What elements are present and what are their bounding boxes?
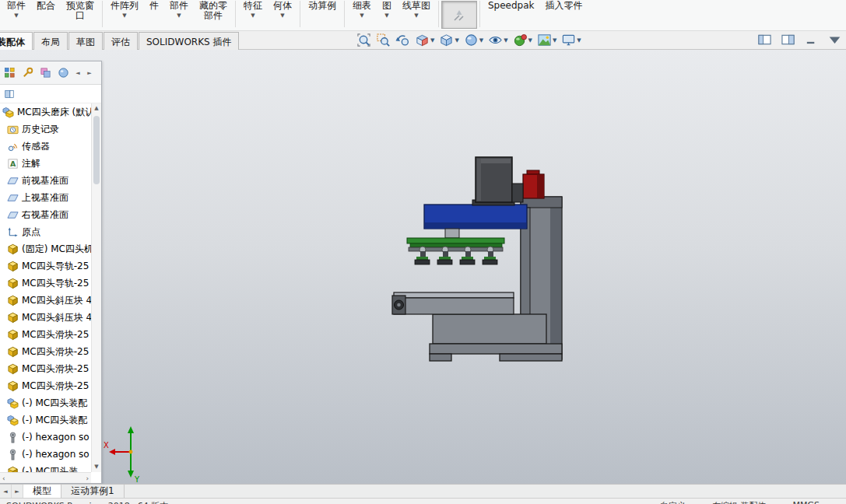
tree-item[interactable]: MC四头滑块-25 (0, 377, 91, 394)
tree-item[interactable]: (固定) MC四头机 (0, 240, 91, 257)
component-pattern-button[interactable]: 件阵列▼ (105, 0, 144, 19)
apply-scene-icon[interactable]: ▼ (537, 33, 556, 47)
dropdown-arrow-icon[interactable]: ▼ (177, 12, 181, 19)
tree-item[interactable]: 原点 (0, 223, 91, 240)
scroll-up-arrow-icon[interactable]: ▲ (92, 103, 101, 114)
tree-vertical-scrollbar[interactable]: ▲ ▼ (91, 103, 101, 472)
insert-part-button[interactable]: 插入零件 (540, 0, 588, 11)
tree-item[interactable]: MC四头斜压块 4 (0, 309, 91, 326)
dropdown-arrow-icon[interactable]: ▼ (414, 12, 418, 19)
tree-item[interactable]: MC四头滑块-25 (0, 343, 91, 360)
3d-model-view[interactable]: X Y (0, 50, 846, 484)
ribbon-tab-3[interactable]: 草图 (68, 32, 103, 50)
section-view-icon[interactable]: ▼ (415, 33, 434, 47)
hide-show-items-icon[interactable]: ▼ (488, 33, 507, 47)
explode-line-sketch-button[interactable]: 线草图▼ (397, 0, 436, 19)
tree-item[interactable]: 历史记录 (0, 121, 91, 138)
graphics-viewport[interactable]: X Y ◄► MC四头磨床 (默认<历史记录传感器A注解前视基准面上视基准面右视… (0, 50, 846, 484)
scroll-left-arrow-icon[interactable]: ‹ (2, 474, 5, 482)
status-item[interactable]: 在编辑 装配体 (712, 500, 767, 504)
dropdown-arrow-icon[interactable]: ▼ (455, 37, 458, 44)
update-speedpak-button[interactable]: Speedpak (483, 0, 540, 11)
bill-of-materials-button[interactable]: 细表▼ (347, 0, 377, 19)
smart-fasteners-button[interactable]: 件 (144, 0, 164, 11)
tree-item[interactable]: (-) hexagon so (0, 446, 91, 463)
chevron-left-icon[interactable]: ◄ (73, 65, 82, 81)
mate-button[interactable]: 配合 (31, 0, 61, 11)
dropdown-arrow-icon[interactable]: ▼ (504, 37, 507, 44)
tree-item[interactable]: MC四头滑块-25 (0, 360, 91, 377)
ribbon-tab-1[interactable]: 装配体 (0, 32, 33, 50)
tree-item[interactable]: MC四头滑块-25 (0, 326, 91, 343)
spindle[interactable] (445, 229, 459, 238)
reference-geometry-button[interactable]: 何体▼ (268, 0, 297, 19)
tree-item[interactable]: (-) MC四头装配 (0, 411, 91, 429)
configurationmanager-icon[interactable] (37, 65, 53, 81)
previous-view-icon[interactable] (395, 33, 410, 47)
dropdown-arrow-icon[interactable]: ▼ (280, 12, 284, 19)
tree-item[interactable]: 前视基准面 (0, 172, 91, 189)
zoom-fit-icon[interactable] (356, 33, 371, 47)
ribbon-tab-2[interactable]: 布局 (33, 32, 68, 50)
dropdown-arrow-icon[interactable]: ▼ (479, 37, 483, 44)
tree-item[interactable]: MC四头导轨-25 (0, 257, 91, 275)
featuremanager-tree-icon[interactable] (2, 65, 17, 81)
propertymanager-icon[interactable] (19, 65, 35, 81)
reference-triad[interactable]: X Y (104, 426, 140, 484)
work-table[interactable] (392, 292, 514, 314)
assembly-features-button[interactable]: 特征▼ (238, 0, 268, 19)
tree-item[interactable]: A注解 (0, 155, 91, 172)
scrollbar-thumb[interactable] (93, 116, 100, 184)
study-tab-1[interactable]: 模型 (23, 485, 61, 498)
scroll-down-arrow-icon[interactable]: ▼ (92, 462, 101, 472)
chevron-down-icon[interactable] (828, 34, 841, 45)
machine-arm[interactable] (424, 205, 527, 229)
show-hidden-components-button[interactable]: 藏的零部件 (194, 0, 233, 21)
move-component-button[interactable]: 部件▼ (164, 0, 194, 19)
restore-pane-icon[interactable] (758, 34, 771, 45)
ribbon-tab-4[interactable]: 评估 (104, 32, 138, 50)
tree-horizontal-scrollbar[interactable]: ‹ › (0, 472, 91, 483)
dropdown-arrow-icon[interactable]: ▼ (122, 12, 126, 19)
status-item[interactable]: MMGS (793, 500, 820, 504)
insert-components-button[interactable]: 部件▼ (2, 0, 31, 19)
study-tab-2[interactable]: 运动算例1 (61, 485, 125, 498)
minimize-icon[interactable] (805, 34, 818, 45)
spindle-motor[interactable] (472, 157, 514, 205)
dropdown-arrow-icon[interactable]: ▼ (14, 12, 18, 19)
new-motion-study-button[interactable]: 动算例 (303, 0, 342, 11)
dropdown-arrow-icon[interactable]: ▼ (430, 37, 434, 44)
view-orientation-icon[interactable]: ▼ (439, 33, 458, 47)
dropdown-arrow-icon[interactable]: ▼ (528, 37, 532, 44)
tree-item[interactable]: 上视基准面 (0, 189, 91, 206)
zoom-area-icon[interactable] (376, 33, 391, 47)
tree-item[interactable]: MC四头斜压块 4 (0, 292, 91, 309)
view-settings-icon[interactable]: ▼ (561, 33, 581, 47)
tree-item[interactable]: (-) hexagon so (0, 429, 91, 446)
chevron-right-icon[interactable]: ► (85, 65, 94, 81)
status-item[interactable]: 自定义 (660, 500, 686, 504)
dropdown-arrow-icon[interactable]: ▼ (360, 12, 363, 19)
dropdown-arrow-icon[interactable]: ▼ (577, 37, 581, 44)
preview-window-button[interactable]: 预览窗口 (61, 0, 100, 21)
machine-base[interactable] (430, 314, 562, 361)
tab-scroll-arrow-icon[interactable]: ◄ (0, 485, 12, 498)
tree-item[interactable]: MC四头导轨-25 (0, 275, 91, 292)
ribbon-tab-5[interactable]: SOLIDWORKS 插件 (139, 32, 239, 50)
dropdown-arrow-icon[interactable]: ▼ (384, 12, 388, 19)
motor-coupling[interactable] (512, 184, 523, 202)
instant3d-button[interactable] (441, 1, 477, 29)
dropdown-arrow-icon[interactable]: ▼ (553, 37, 556, 44)
tree-item[interactable]: (-) MC四头装配 (0, 394, 91, 411)
edit-appearance-icon[interactable]: ▼ (513, 33, 532, 47)
displaymanager-icon[interactable] (55, 65, 71, 81)
panel-pin-icon[interactable] (2, 86, 17, 102)
tree-item[interactable]: 右视基准面 (0, 206, 91, 223)
dropdown-arrow-icon[interactable]: ▼ (251, 12, 255, 19)
tab-scroll-arrow-icon[interactable]: ► (12, 485, 23, 498)
display-style-icon[interactable]: ▼ (464, 33, 483, 47)
tile-window-icon[interactable] (781, 34, 795, 45)
motor-red-block[interactable] (523, 170, 544, 198)
scroll-right-arrow-icon[interactable]: › (86, 474, 89, 482)
exploded-view-button[interactable]: 图▼ (377, 0, 397, 19)
